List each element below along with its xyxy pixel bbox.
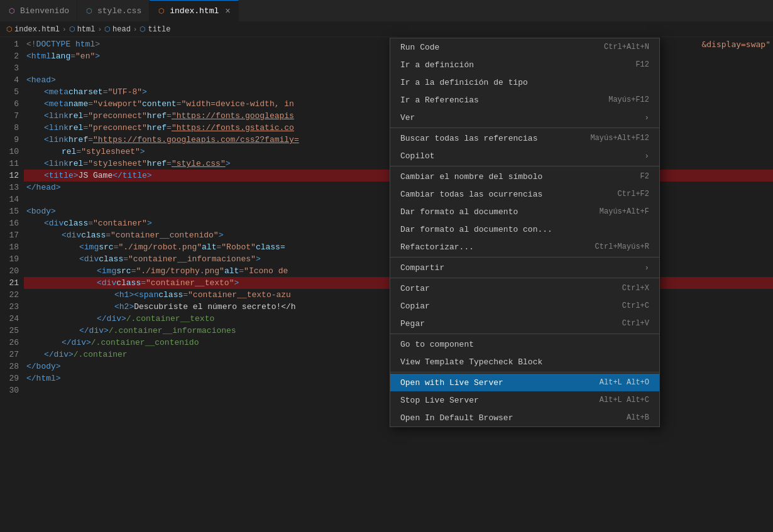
overflow-indicator: &display=swap" [699, 37, 773, 49]
line-num-15: 15 [0, 205, 19, 217]
menu-paste-label: Pegar [400, 319, 622, 328]
menu-item-goto-component[interactable]: Go to component [390, 335, 659, 353]
line-num-21: 21 [0, 277, 19, 289]
line-num-14: 14 [0, 193, 19, 205]
breadcrumb-file[interactable]: ⬡ index.html [6, 25, 60, 34]
menu-item-paste[interactable]: Pegar Ctrl+V [390, 315, 659, 332]
breadcrumb-head-label: head [112, 25, 131, 34]
line-num-4: 4 [0, 74, 19, 86]
menu-refactor-shortcut: Ctrl+Mayús+R [595, 242, 649, 251]
menu-item-rename-symbol[interactable]: Cambiar el nombre del símbolo F2 [390, 168, 659, 185]
line-numbers: 1 2 3 4 5 6 7 8 9 10 11 12 13 14 15 16 1… [0, 37, 24, 532]
tab-bienvenido[interactable]: ⬡ Bienvenido [0, 0, 77, 21]
tab-label-index-html: index.html [170, 6, 219, 16]
line-num-30: 30 [0, 384, 19, 396]
menu-item-goto-def[interactable]: Ir a definición F12 [390, 56, 659, 73]
menu-item-cut[interactable]: Cortar Ctrl+X [390, 280, 659, 297]
menu-item-share[interactable]: Compartir › [390, 259, 659, 276]
breadcrumb-html[interactable]: ⬡ html [69, 25, 96, 34]
menu-item-format-doc[interactable]: Dar formato al documento Mayús+Alt+F [390, 203, 659, 220]
menu-share-label: Compartir [400, 263, 644, 273]
menu-copilot-label: Copilot [400, 151, 644, 161]
breadcrumb-title-label: title [148, 25, 170, 34]
tab-label-bienvenido: Bienvenido [20, 6, 69, 16]
menu-goto-component-label: Go to component [400, 340, 649, 349]
line-num-28: 28 [0, 361, 19, 372]
breadcrumb-sep-2: › [97, 26, 102, 33]
tab-icon-html: ⬡ [157, 7, 166, 16]
menu-find-all-refs-shortcut: Mayús+Alt+F12 [590, 134, 649, 143]
menu-item-goto-refs[interactable]: Ir a Referencias Mayús+F12 [390, 91, 659, 109]
menu-goto-def-shortcut: F12 [635, 60, 649, 69]
menu-sep-5 [390, 334, 659, 334]
menu-ver-label: Ver [400, 113, 644, 122]
breadcrumb-head-icon: ⬡ [104, 25, 111, 33]
menu-format-doc-label: Dar formato al documento [400, 207, 600, 217]
menu-sep-4 [390, 278, 659, 278]
line-num-13: 13 [0, 182, 19, 193]
menu-item-view-typecheck[interactable]: View Template Typecheck Block [390, 353, 659, 371]
tab-index-html[interactable]: ⬡ index.html × [150, 0, 238, 21]
tab-close-button[interactable]: × [225, 7, 230, 16]
menu-item-ver[interactable]: Ver › [390, 109, 659, 126]
menu-view-typecheck-label: View Template Typecheck Block [400, 357, 649, 367]
line-num-6: 6 [0, 98, 19, 110]
breadcrumb-head[interactable]: ⬡ head [104, 25, 131, 34]
menu-item-copilot[interactable]: Copilot › [390, 147, 659, 165]
line-num-24: 24 [0, 313, 19, 325]
menu-live-server-shortcut: Alt+L Alt+O [600, 378, 649, 387]
line-num-5: 5 [0, 86, 19, 98]
menu-item-live-server[interactable]: Open with Live Server Alt+L Alt+O [390, 374, 659, 391]
menu-find-all-refs-label: Buscar todas las referencias [400, 134, 590, 143]
menu-format-doc-shortcut: Mayús+Alt+F [600, 207, 649, 216]
breadcrumb-file-icon: ⬡ [6, 25, 13, 33]
menu-goto-refs-label: Ir a Referencias [400, 95, 608, 105]
line-num-18: 18 [0, 241, 19, 253]
menu-stop-live-server-label: Stop Live Server [400, 396, 600, 405]
tab-style-css[interactable]: ⬡ style.css [77, 0, 150, 21]
menu-item-format-doc-with[interactable]: Dar formato al documento con... [390, 220, 659, 238]
menu-sep-3 [390, 257, 659, 258]
menu-run-code-shortcut: Ctrl+Alt+N [604, 43, 649, 52]
line-num-22: 22 [0, 289, 19, 301]
tab-bar: ⬡ Bienvenido ⬡ style.css ⬡ index.html × [0, 0, 773, 22]
menu-item-find-all-refs[interactable]: Buscar todas las referencias Mayús+Alt+F… [390, 129, 659, 147]
line-num-1: 1 [0, 38, 19, 50]
line-num-12: 12 [0, 170, 19, 182]
menu-item-change-all[interactable]: Cambiar todas las ocurrencias Ctrl+F2 [390, 185, 659, 203]
line-num-10: 10 [0, 146, 19, 158]
line-num-7: 7 [0, 110, 19, 122]
menu-copilot-arrow: › [644, 151, 649, 161]
menu-goto-type-def-label: Ir a la definición de tipo [400, 78, 649, 87]
line-num-26: 26 [0, 337, 19, 349]
menu-paste-shortcut: Ctrl+V [622, 319, 649, 328]
breadcrumb-sep-3: › [133, 26, 138, 33]
menu-live-server-label: Open with Live Server [400, 378, 600, 388]
menu-stop-live-server-shortcut: Alt+L Alt+C [600, 396, 649, 404]
menu-item-goto-type-def[interactable]: Ir a la definición de tipo [390, 73, 659, 91]
menu-goto-def-label: Ir a definición [400, 60, 635, 70]
menu-sep-2 [390, 166, 659, 166]
line-num-8: 8 [0, 122, 19, 134]
menu-change-all-label: Cambiar todas las ocurrencias [400, 190, 618, 199]
menu-copy-shortcut: Ctrl+C [622, 301, 649, 310]
line-num-9: 9 [0, 134, 19, 146]
menu-item-run-code[interactable]: Run Code Ctrl+Alt+N [390, 38, 659, 56]
menu-format-doc-with-label: Dar formato al documento con... [400, 225, 649, 234]
menu-item-stop-live-server[interactable]: Stop Live Server Alt+L Alt+C [390, 391, 659, 409]
menu-item-refactor[interactable]: Refactorizar... Ctrl+Mayús+R [390, 238, 659, 256]
menu-sep-6 [390, 372, 659, 372]
menu-share-arrow: › [644, 263, 649, 273]
line-num-25: 25 [0, 325, 19, 337]
breadcrumb-html-label: html [77, 25, 96, 34]
menu-item-copy[interactable]: Copiar Ctrl+C [390, 297, 659, 315]
breadcrumb-file-label: index.html [14, 25, 60, 34]
context-menu: Run Code Ctrl+Alt+N Ir a definición F12 … [390, 38, 660, 427]
line-num-27: 27 [0, 349, 19, 361]
breadcrumb-sep-1: › [62, 26, 67, 33]
menu-item-open-default-browser[interactable]: Open In Default Browser Alt+B [390, 409, 659, 426]
breadcrumb-title[interactable]: ⬡ title [140, 25, 170, 34]
menu-change-all-shortcut: Ctrl+F2 [618, 190, 649, 198]
breadcrumb-html-icon: ⬡ [69, 25, 75, 33]
menu-rename-symbol-label: Cambiar el nombre del símbolo [400, 172, 640, 182]
